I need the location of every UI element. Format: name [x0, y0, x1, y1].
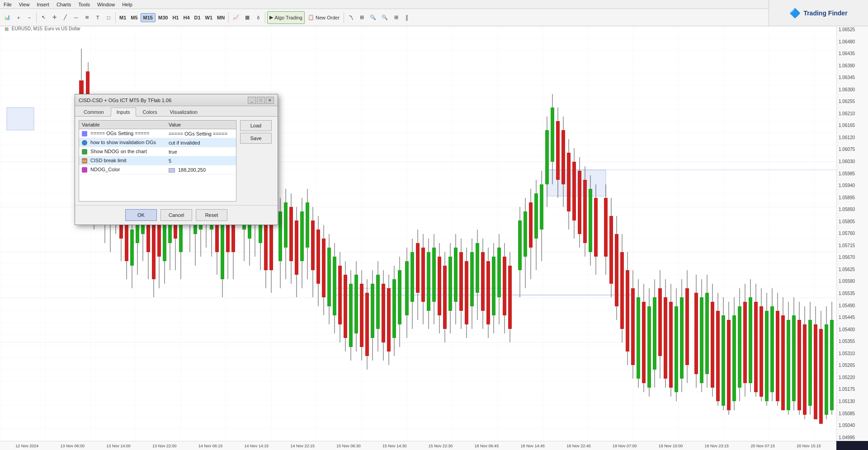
tf-m1[interactable]: M1 — [118, 14, 128, 22]
row-value: 188,200,250 — [166, 165, 236, 174]
tb-text[interactable]: T — [93, 11, 103, 24]
row-variable: Show NDOG on the chart — [79, 147, 166, 156]
time-label-4: 14 Nov 06:15 — [198, 444, 223, 448]
tb-indicators[interactable]: 〽 — [346, 11, 356, 24]
tb-zoom-sel[interactable]: 🔍 — [368, 11, 378, 24]
svg-rect-117 — [371, 284, 374, 338]
tf-w1[interactable]: W1 — [203, 14, 215, 22]
tb-new-chart[interactable]: 📊 — [2, 11, 13, 24]
dialog-titlebar: CISD-CSD + OGs ICT MT5 By TFlab 1.06 _ □… — [75, 94, 278, 106]
tb-objects[interactable]: ⊞ — [357, 11, 367, 24]
tb-bar-chart[interactable]: ▦ — [242, 11, 252, 24]
tab-inputs[interactable]: Inputs — [111, 108, 136, 117]
dialog-minimize-button[interactable]: _ — [248, 97, 256, 104]
menu-file[interactable]: File — [0, 1, 15, 8]
svg-rect-94 — [311, 220, 315, 270]
table-row[interactable]: Show NDOG on the chart true — [79, 147, 236, 156]
time-label-5: 14 Nov 14:15 — [245, 444, 269, 448]
tf-m15[interactable]: M15 — [141, 13, 156, 22]
svg-rect-225 — [675, 306, 678, 392]
svg-rect-84 — [284, 202, 288, 248]
reset-button[interactable]: Reset — [196, 209, 227, 221]
menu-charts[interactable]: Charts — [53, 1, 75, 8]
svg-rect-251 — [749, 297, 752, 383]
tf-m30[interactable]: M30 — [156, 14, 170, 22]
price-level-19: 1.05715 — [839, 243, 866, 248]
tb-algo-trading[interactable]: ▶ Algo Trading — [267, 11, 305, 24]
tb-candle[interactable]: 🕯 — [253, 11, 263, 24]
tf-m5[interactable]: M5 — [129, 14, 139, 22]
tab-visualization[interactable]: Visualization — [164, 108, 203, 116]
svg-rect-281 — [830, 320, 834, 410]
svg-rect-163 — [497, 248, 501, 297]
ok-button[interactable]: OK — [125, 209, 157, 221]
dialog-maximize-button[interactable]: □ — [257, 97, 265, 104]
svg-rect-143 — [443, 266, 447, 329]
svg-rect-275 — [814, 324, 817, 419]
svg-rect-259 — [770, 306, 774, 392]
tb-volumes[interactable]: ║ — [402, 11, 412, 24]
svg-rect-277 — [819, 329, 823, 424]
price-level-20: 1.05670 — [839, 255, 866, 260]
tb-grid[interactable]: ⊞ — [391, 11, 401, 24]
tb-cursor[interactable]: ↖ — [38, 11, 48, 24]
svg-rect-90 — [300, 211, 304, 261]
svg-rect-92 — [306, 202, 309, 248]
price-level-15: 1.05895 — [839, 195, 866, 200]
price-level-28: 1.05310 — [839, 351, 866, 356]
tb-sep4 — [265, 12, 265, 23]
info-icon — [82, 140, 87, 145]
tf-d1[interactable]: D1 — [193, 14, 203, 22]
tb-new-order[interactable]: 📋 New Order — [306, 11, 342, 24]
menu-view[interactable]: View — [15, 1, 33, 8]
time-label-11: 18 Nov 14:45 — [520, 444, 545, 448]
tb-zoom-in[interactable]: + — [14, 11, 24, 24]
tf-mn[interactable]: MN — [215, 14, 226, 22]
table-row[interactable]: NDOG_Color 188,200,250 — [79, 165, 236, 174]
num-icon: 01 — [82, 158, 87, 164]
dialog-body: Variable Value ===== OGs Setting ===== — [75, 117, 278, 205]
brand-logo: 🔷 Trading Finder — [769, 0, 868, 26]
table-row[interactable]: how to show invalidation OGs cut if inva… — [79, 138, 236, 147]
price-level-6: 1.06300 — [839, 87, 866, 92]
dialog-close-button[interactable]: ✕ — [266, 97, 274, 104]
tb-chart-type[interactable]: 📈 — [231, 11, 241, 24]
time-label-2: 13 Nov 14:00 — [106, 444, 131, 448]
time-label-7: 15 Nov 06:30 — [336, 444, 361, 448]
tb-fib[interactable]: ≋ — [82, 11, 92, 24]
tb-shapes[interactable]: □ — [104, 11, 113, 24]
svg-rect-195 — [589, 189, 592, 252]
tf-h1[interactable]: H1 — [170, 14, 180, 22]
tb-crosshair[interactable]: ✛ — [49, 11, 59, 24]
tab-common[interactable]: Common — [78, 108, 110, 116]
price-level-8: 1.06210 — [839, 111, 866, 116]
tb-hline[interactable]: ─ — [71, 11, 81, 24]
svg-rect-137 — [427, 252, 430, 311]
menu-help[interactable]: Help — [118, 1, 136, 8]
instrument-label: ▦ EURUSD, M15: Euro vs US Dollar — [5, 26, 80, 31]
tb-zoom-out2[interactable]: 🔍 — [379, 11, 390, 24]
row-value: cut if invalided — [166, 138, 236, 147]
price-level-3: 1.06435 — [839, 51, 866, 56]
time-label-12: 18 Nov 22:45 — [566, 444, 591, 448]
svg-rect-123 — [387, 288, 391, 352]
menu-insert[interactable]: Insert — [33, 1, 53, 8]
cancel-button[interactable]: Cancel — [160, 209, 192, 221]
price-level-32: 1.05130 — [839, 399, 866, 404]
tf-h4[interactable]: H4 — [181, 14, 191, 22]
tab-colors[interactable]: Colors — [137, 108, 163, 116]
table-row[interactable]: ===== OGs Setting ===== ===== OGs Settin… — [79, 129, 236, 138]
price-level-13: 1.05985 — [839, 171, 866, 176]
setting-icon — [82, 131, 87, 136]
tb-line[interactable]: ╱ — [60, 11, 70, 24]
menu-tools[interactable]: Tools — [75, 1, 94, 8]
svg-rect-241 — [722, 315, 725, 406]
table-row[interactable]: 01 CISD break limit 5 — [79, 156, 236, 165]
save-button[interactable]: Save — [240, 133, 272, 144]
svg-rect-197 — [594, 198, 598, 257]
tb-zoom-out[interactable]: − — [24, 11, 34, 24]
svg-rect-257 — [765, 311, 769, 401]
load-button[interactable]: Load — [240, 120, 272, 131]
menu-window[interactable]: Window — [94, 1, 118, 8]
svg-rect-205 — [620, 252, 624, 329]
